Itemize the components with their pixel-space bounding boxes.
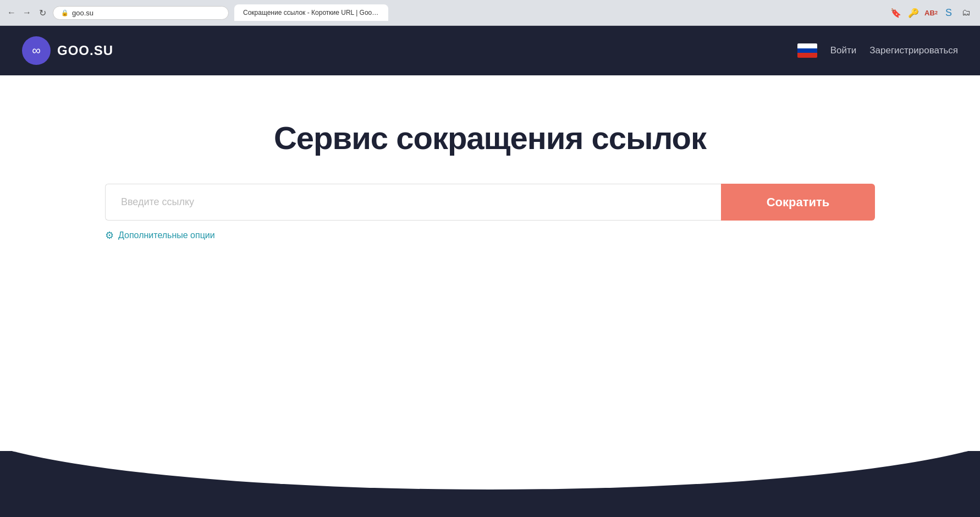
- logo-area[interactable]: ∞ GOO.SU: [22, 36, 113, 65]
- lock-icon: 🔒: [61, 9, 69, 16]
- wave-footer: [0, 451, 980, 517]
- browser-chrome: ← → ↻ 🔒 goo.su Сокращение ссылок - Корот…: [0, 0, 980, 26]
- ext-icon-ab[interactable]: AB2: [924, 6, 938, 20]
- flag-white-stripe: [797, 43, 817, 48]
- logo-icon: ∞: [22, 36, 51, 65]
- url-form: Сократить: [105, 184, 875, 221]
- back-button[interactable]: ←: [7, 8, 16, 18]
- forward-button[interactable]: →: [22, 8, 32, 18]
- url-input[interactable]: [105, 184, 721, 221]
- address-bar[interactable]: 🔒 goo.su: [53, 6, 229, 20]
- extension-icons: 🔖 🔑 AB2 S 🗂: [889, 6, 973, 20]
- nav-right: Войти Зарегистрироваться: [797, 43, 958, 58]
- main-content: Сервис сокращения ссылок Сократить ⚙ Доп…: [0, 75, 980, 451]
- ext-icon-2[interactable]: 🔑: [906, 6, 921, 20]
- options-link[interactable]: ⚙ Дополнительные опции: [105, 229, 215, 241]
- shorten-button[interactable]: Сократить: [721, 184, 875, 221]
- flag-blue-stripe: [797, 48, 817, 53]
- ext-icon-s[interactable]: S: [942, 6, 956, 20]
- reload-button[interactable]: ↻: [37, 8, 47, 18]
- login-link[interactable]: Войти: [830, 45, 857, 56]
- options-gear-icon: ⚙: [105, 229, 114, 241]
- logo-text: GOO.SU: [57, 43, 113, 58]
- russia-flag[interactable]: [797, 43, 817, 58]
- flag-red-stripe: [797, 53, 817, 58]
- register-link[interactable]: Зарегистрироваться: [869, 45, 958, 56]
- hero-title: Сервис сокращения ссылок: [274, 119, 706, 156]
- address-text: goo.su: [72, 9, 93, 17]
- ext-icon-1[interactable]: 🔖: [889, 6, 903, 20]
- logo-symbol: ∞: [32, 43, 41, 58]
- navbar: ∞ GOO.SU Войти Зарегистрироваться: [0, 26, 980, 75]
- browser-tab[interactable]: Сокращение ссылок - Короткие URL | Goo.s…: [234, 4, 388, 21]
- options-label: Дополнительные опции: [118, 230, 215, 240]
- ext-icon-box[interactable]: 🗂: [959, 6, 973, 20]
- page-wrapper: ∞ GOO.SU Войти Зарегистрироваться Сервис…: [0, 26, 980, 517]
